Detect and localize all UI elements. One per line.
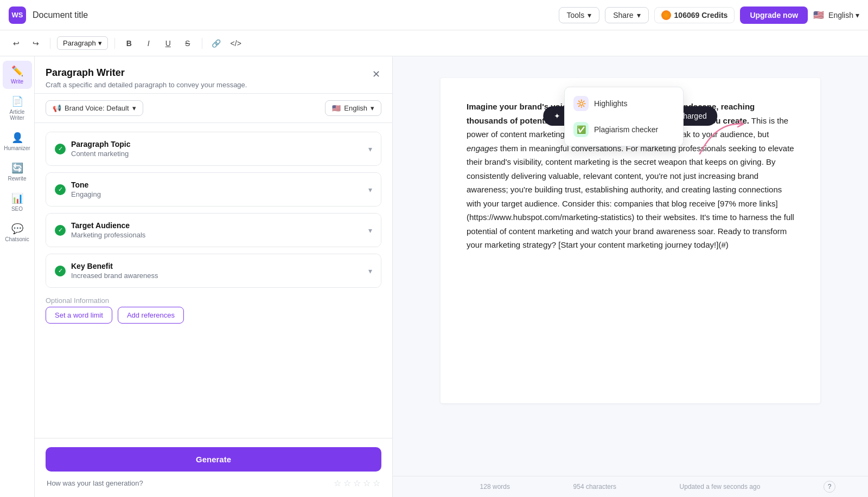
star-5[interactable]: ☆ (373, 478, 380, 488)
underline-button[interactable]: U (161, 36, 176, 51)
highlights-dropdown-icon: 🔆 (573, 96, 589, 111)
sidebar-item-seo[interactable]: 📊 SEO (3, 188, 32, 216)
sparkle-icon: ✦ (554, 112, 560, 120)
star-2[interactable]: ☆ (343, 478, 351, 488)
dropdown-item-plagiarism-checker[interactable]: ✅ Plagiarism checker (565, 117, 683, 143)
optional-section: Optional Information Set a word limit Ad… (46, 294, 381, 324)
share-chevron-icon: ▾ (637, 11, 641, 20)
sidebar-label-humanizer: Humanizer (4, 145, 30, 151)
top-bar-actions: Tools ▾ Share ▾ 106069 Credits Upgrade n… (559, 7, 859, 24)
sidebar-item-article-writer[interactable]: 📄 Article Writer (3, 91, 32, 125)
rating-row: How was your last generation? ☆ ☆ ☆ ☆ ☆ (46, 478, 381, 488)
brand-voice-label: Brand Voice: Default (65, 104, 129, 112)
accordion-header-key-benefit[interactable]: ✓ Key Benefit Increased brand awareness … (46, 254, 381, 287)
dropdown-item-highlights[interactable]: 🔆 Highlights (565, 91, 683, 117)
set-word-limit-button[interactable]: Set a word limit (46, 307, 112, 324)
sidebar-item-chatsonic[interactable]: 💬 Chatsonic (3, 218, 32, 247)
generate-button[interactable]: Generate (46, 447, 381, 472)
language-flag-icon: 🇺🇸 (813, 10, 824, 20)
sidebar-item-humanizer[interactable]: 👤 Humanizer (3, 127, 32, 156)
plagiarism-checker-dropdown-icon: ✅ (573, 122, 589, 137)
accordion-left-tone: ✓ Tone Engaging (55, 180, 101, 198)
panel-footer: Generate How was your last generation? ☆… (35, 438, 392, 497)
undo-button[interactable]: ↩ (9, 36, 24, 51)
paragraph-format-dropdown[interactable]: Paragraph ▾ (57, 36, 108, 50)
check-icon-key-benefit: ✓ (55, 266, 66, 276)
strikethrough-button[interactable]: S (180, 36, 195, 51)
accordion-header-target-audience[interactable]: ✓ Target Audience Marketing professional… (46, 214, 381, 247)
accordion-left-paragraph-topic: ✓ Paragraph Topic Content marketing (55, 140, 130, 158)
panel-language-button[interactable]: 🇺🇸 English ▾ (325, 100, 381, 116)
sidebar-label-rewrite: Rewrite (8, 176, 27, 182)
toolbar-separator-1 (50, 38, 50, 49)
sidebar-item-rewrite[interactable]: 🔄 Rewrite (3, 158, 32, 186)
check-icon-tone: ✓ (55, 184, 66, 195)
panel-title: Paragraph Writer (46, 67, 247, 79)
add-references-button[interactable]: Add references (118, 307, 184, 324)
credits-badge: 106069 Credits (654, 7, 735, 23)
panel-language-chevron-icon: ▾ (371, 104, 374, 112)
brand-voice-chevron-icon: ▾ (132, 104, 136, 112)
sidebar-label-write: Write (11, 79, 23, 85)
italic-button[interactable]: I (141, 36, 156, 51)
toolbar-separator-2 (114, 38, 115, 49)
tools-button[interactable]: Tools ▾ (559, 7, 600, 23)
accordion-paragraph-topic: ✓ Paragraph Topic Content marketing ▾ (46, 132, 381, 166)
language-selector[interactable]: 🇺🇸 English ▾ (813, 10, 859, 20)
sidebar-item-write[interactable]: ✏️ Write (3, 61, 32, 89)
write-icon: ✏️ (11, 65, 23, 77)
formatting-toolbar: ↩ ↪ Paragraph ▾ B I U S 🔗 </> (0, 30, 868, 56)
article-writer-icon: 📄 (11, 95, 23, 107)
language-label: English (828, 11, 853, 20)
accordion-header-paragraph-topic[interactable]: ✓ Paragraph Topic Content marketing ▾ (46, 132, 381, 165)
chatsonic-icon: 💬 (11, 223, 23, 235)
optional-buttons: Set a word limit Add references (46, 307, 381, 324)
updated-status: Updated a few seconds ago (680, 483, 761, 490)
word-count: 128 words (480, 483, 510, 490)
star-4[interactable]: ☆ (363, 478, 371, 488)
format-dropdown-chevron-icon: ▾ (98, 39, 102, 47)
link-button[interactable]: 🔗 (209, 36, 224, 51)
brand-voice-icon: 📢 (53, 104, 61, 112)
star-rating[interactable]: ☆ ☆ ☆ ☆ ☆ (334, 478, 380, 488)
sidebar-label-seo: SEO (11, 206, 23, 212)
doc-title[interactable]: Document title (33, 10, 552, 20)
close-panel-button[interactable]: ✕ (371, 67, 381, 81)
logo-icon: WS (9, 7, 26, 24)
accordion-chevron-target-audience: ▾ (368, 226, 372, 235)
accordion-value-paragraph-topic: Content marketing (71, 150, 130, 158)
code-button[interactable]: </> (228, 36, 244, 51)
accordion-chevron-key-benefit: ▾ (368, 267, 372, 275)
upgrade-button[interactable]: Upgrade now (740, 7, 808, 24)
panel-subtitle: Craft a specific and detailed paragraph … (46, 81, 247, 89)
editor-section: ✦ Check plagiarism 2 credits will be cha… (393, 56, 868, 497)
highlights-label: Highlights (594, 99, 627, 108)
panel-controls: 📢 Brand Voice: Default ▾ 🇺🇸 English ▾ (35, 94, 392, 123)
bold-button[interactable]: B (122, 36, 137, 51)
format-dropdown-value: Paragraph (63, 39, 96, 47)
credits-value: 106069 Credits (674, 11, 728, 20)
check-icon-paragraph-topic: ✓ (55, 144, 66, 154)
accordion-chevron-paragraph-topic: ▾ (368, 145, 372, 153)
accordion-chevron-tone: ▾ (368, 185, 372, 194)
app: WS Document title Tools ▾ Share ▾ 106069… (0, 0, 868, 497)
brand-voice-button[interactable]: 📢 Brand Voice: Default ▾ (46, 100, 143, 116)
star-3[interactable]: ☆ (353, 478, 361, 488)
accordion-value-key-benefit: Increased brand awareness (71, 272, 158, 280)
accordion-left-key-benefit: ✓ Key Benefit Increased brand awareness (55, 262, 158, 280)
share-button[interactable]: Share ▾ (605, 7, 648, 23)
seo-icon: 📊 (11, 192, 23, 204)
rewrite-icon: 🔄 (11, 162, 23, 174)
accordion-value-tone: Engaging (71, 190, 101, 198)
tools-label: Tools (567, 11, 585, 20)
redo-button[interactable]: ↪ (28, 36, 43, 51)
sidebar-label-chatsonic: Chatsonic (5, 236, 29, 242)
help-icon[interactable]: ? (824, 481, 835, 493)
accordion-title-tone: Tone (71, 180, 101, 189)
star-1[interactable]: ☆ (334, 478, 341, 488)
accordion-header-tone[interactable]: ✓ Tone Engaging ▾ (46, 173, 381, 206)
humanizer-icon: 👤 (11, 132, 23, 144)
accordion-title-key-benefit: Key Benefit (71, 262, 158, 270)
share-label: Share (613, 11, 633, 20)
char-count: 954 characters (573, 483, 616, 490)
